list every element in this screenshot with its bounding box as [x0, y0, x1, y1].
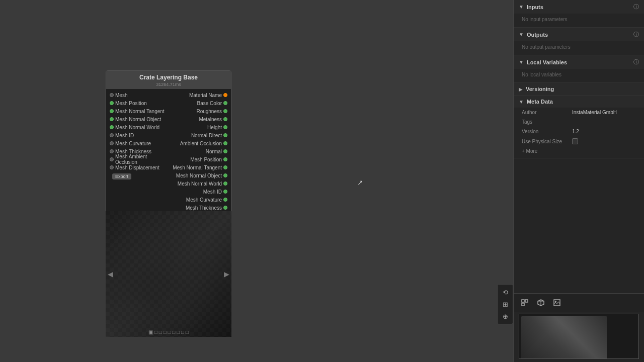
output-row-metalness[interactable]: Metalness [171, 115, 229, 123]
input-dot-mesh-normal-world [110, 125, 114, 129]
output-dot-ambient-occlusion [223, 141, 227, 145]
input-dot-mesh-thickness [110, 149, 114, 153]
output-label-mesh-position: Mesh Position [190, 157, 222, 162]
output-label-metalness: Metalness [199, 117, 222, 122]
input-row-mesh-normal-tangent[interactable]: Mesh Normal Tangent [108, 107, 167, 115]
input-dot-mesh-normal-tangent [110, 109, 114, 113]
output-label-roughness: Roughness [196, 109, 222, 114]
chevron-outputs: ▼ [519, 32, 524, 37]
output-dot-normal-direct [223, 133, 227, 137]
bottom-icon-image[interactable] [551, 297, 563, 309]
section-inputs-header[interactable]: ▼ Inputs ⓘ [514, 0, 644, 14]
output-row-ambient-occlusion[interactable]: Ambient Occlusion [171, 139, 229, 147]
output-row-mesh-normal-object[interactable]: Mesh Normal Object [171, 171, 229, 179]
preview-texture-overlay [106, 211, 231, 337]
input-row-mesh-ambient-occlusion[interactable]: Mesh Ambient Occlusion [108, 155, 167, 163]
preview-nav-indicators: ▣ □ □ □ □ □ □ □ □ [148, 329, 189, 335]
output-row-material-name[interactable]: Material Name [171, 91, 229, 99]
input-dot-mesh-normal-object [110, 117, 114, 121]
info-icon-outputs[interactable]: ⓘ [633, 31, 639, 38]
section-meta-data-title: Meta Data [527, 99, 639, 105]
preview-arrow-right[interactable]: ▶ [224, 270, 229, 278]
input-row-mesh-normal-object[interactable]: Mesh Normal Object [108, 115, 167, 123]
output-dot-metalness [223, 117, 227, 121]
section-local-variables-header[interactable]: ▼ Local Variables ⓘ [514, 55, 644, 69]
input-label-mesh-displacement: Mesh Displacement [115, 165, 159, 170]
input-row-mesh-position[interactable]: Mesh Position [108, 99, 167, 107]
output-label-normal-direct: Normal Direct [191, 133, 222, 138]
inputs-empty-text: No input parameters [514, 14, 644, 27]
node-title: Crate Layering Base [106, 71, 231, 82]
output-label-height: Height [207, 125, 222, 130]
input-row-mesh-id[interactable]: Mesh ID [108, 131, 167, 139]
reset-view-button[interactable]: ⟲ [500, 287, 511, 298]
output-row-mesh-id[interactable]: Mesh ID [171, 188, 229, 196]
output-row-roughness[interactable]: Roughness [171, 107, 229, 115]
input-dot-mesh-ambient-occlusion [110, 157, 114, 161]
info-icon-inputs[interactable]: ⓘ [633, 3, 639, 11]
meta-tags-label: Tags [522, 119, 572, 125]
output-row-normal[interactable]: Normal [171, 147, 229, 155]
output-row-base-color[interactable]: Base Color [171, 99, 229, 107]
meta-row-author: Author InstaMaterial GmbH [514, 108, 644, 117]
output-row-normal-direct[interactable]: Normal Direct [171, 131, 229, 139]
section-outputs-title: Outputs [527, 32, 633, 38]
input-label-mesh-position: Mesh Position [115, 101, 147, 106]
info-icon-local-variables[interactable]: ⓘ [633, 58, 639, 66]
input-row-mesh-normal-world[interactable]: Mesh Normal World [108, 123, 167, 131]
section-local-variables-title: Local Variables [527, 59, 633, 65]
expand-button[interactable]: Export [112, 173, 131, 179]
meta-row-version: Version 1.2 [514, 127, 644, 136]
meta-author-label: Author [522, 110, 572, 115]
output-label-mesh-normal-object: Mesh Normal Object [176, 173, 222, 178]
section-versioning-header[interactable]: ▶ Versioning [514, 83, 644, 95]
canvas-area[interactable]: Crate Layering Base 31264.71ms Mesh Mesh… [0, 0, 513, 362]
input-dot-mesh-curvature [110, 141, 114, 145]
input-row-mesh[interactable]: Mesh [108, 91, 167, 99]
input-dot-mesh-id [110, 133, 114, 137]
svg-rect-2 [522, 303, 524, 306]
meta-author-value: InstaMaterial GmbH [572, 110, 617, 115]
output-row-mesh-curvature[interactable]: Mesh Curvature [171, 196, 229, 204]
node-preview[interactable]: ▣ □ □ □ □ □ □ □ □ ◀ ▶ [106, 211, 231, 337]
bottom-icon-cube[interactable] [535, 297, 547, 309]
input-label-mesh-id: Mesh ID [115, 133, 134, 138]
meta-version-label: Version [522, 129, 572, 134]
more-link[interactable]: + More [514, 146, 644, 158]
output-row-mesh-normal-tangent[interactable]: Mesh Normal Tangent [171, 163, 229, 171]
input-dot-mesh-displacement [110, 165, 114, 169]
cursor: ↗ [357, 178, 361, 183]
meta-physical-size-checkbox[interactable] [572, 138, 578, 144]
bottom-panel [514, 293, 644, 362]
section-versioning-title: Versioning [526, 86, 639, 92]
svg-rect-0 [522, 300, 524, 302]
input-label-mesh-normal-object: Mesh Normal Object [115, 117, 161, 122]
output-label-normal: Normal [206, 149, 222, 154]
bottom-icon-back[interactable] [519, 297, 531, 309]
output-dot-roughness [223, 109, 227, 113]
output-row-mesh-normal-world[interactable]: Mesh Normal World [171, 179, 229, 188]
svg-rect-1 [525, 300, 528, 302]
input-row-mesh-displacement[interactable]: Mesh Displacement [108, 163, 167, 171]
input-dot-mesh-position [110, 101, 114, 105]
back-icon [521, 299, 529, 307]
input-label-mesh-normal-world: Mesh Normal World [115, 125, 159, 130]
image-icon [553, 299, 561, 307]
output-row-mesh-position[interactable]: Mesh Position [171, 155, 229, 163]
meta-row-tags: Tags [514, 117, 644, 127]
section-inputs-title: Inputs [527, 4, 633, 10]
output-label-mesh-normal-world: Mesh Normal World [178, 181, 222, 187]
panel-spacer [514, 158, 644, 293]
output-row-height[interactable]: Height [171, 123, 229, 131]
zoom-button[interactable]: ⊕ [500, 311, 511, 322]
section-meta-data-header[interactable]: ▼ Meta Data [514, 96, 644, 108]
output-label-mesh-id: Mesh ID [203, 189, 222, 195]
input-row-mesh-curvature[interactable]: Mesh Curvature [108, 139, 167, 147]
meta-physical-size-label: Use Physical Size [522, 139, 572, 144]
section-outputs-header[interactable]: ▼ Outputs ⓘ [514, 28, 644, 41]
preview-arrow-left[interactable]: ◀ [108, 270, 113, 278]
output-label-ambient-occlusion: Ambient Occlusion [180, 141, 222, 146]
input-label-mesh-normal-tangent: Mesh Normal Tangent [115, 109, 165, 114]
fit-view-button[interactable]: ⊞ [500, 299, 511, 310]
thumbnail-preview-box [519, 314, 639, 359]
